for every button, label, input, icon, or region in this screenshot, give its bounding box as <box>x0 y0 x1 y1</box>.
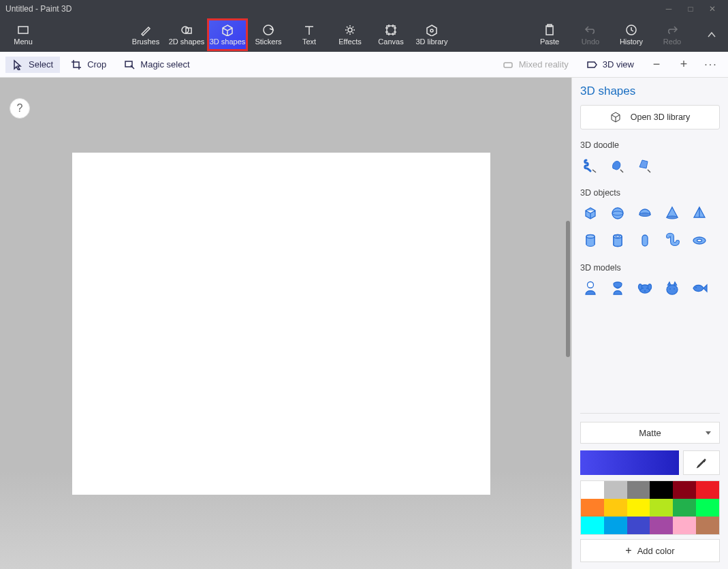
tube-shape[interactable] <box>607 230 628 251</box>
man-model[interactable] <box>580 278 601 298</box>
svg-rect-7 <box>546 26 553 35</box>
objects-section-label: 3D objects <box>580 188 720 198</box>
svg-point-36 <box>667 285 678 294</box>
cone-shape[interactable] <box>662 203 682 224</box>
svg-point-38 <box>674 288 675 290</box>
color-swatch[interactable] <box>627 517 650 534</box>
expand-panel-button[interactable] <box>698 21 725 48</box>
cube-shape[interactable] <box>580 203 601 224</box>
help-button[interactable]: ? <box>10 98 30 119</box>
color-swatch[interactable] <box>627 481 650 499</box>
shapes-2d-icon <box>180 24 193 36</box>
magic-select-icon <box>124 59 135 70</box>
canvas-icon <box>385 24 397 36</box>
2d-shapes-button[interactable]: 2D shapes <box>166 18 207 51</box>
woman-model[interactable] <box>607 278 628 298</box>
color-swatch[interactable] <box>581 517 604 534</box>
color-swatch[interactable] <box>673 499 696 517</box>
svg-point-6 <box>430 29 433 32</box>
redo-button[interactable]: Redo <box>652 18 693 51</box>
color-swatch[interactable] <box>627 499 650 517</box>
cylinder-shape[interactable] <box>580 230 601 251</box>
color-swatch[interactable] <box>650 499 673 517</box>
models-section-label: 3D models <box>580 263 720 273</box>
color-swatch[interactable] <box>604 481 627 499</box>
undo-button[interactable]: Undo <box>570 18 611 51</box>
color-swatch[interactable] <box>604 499 627 517</box>
color-swatch[interactable] <box>696 481 719 499</box>
objects-grid <box>580 203 720 251</box>
svg-point-24 <box>616 236 620 237</box>
color-swatch[interactable] <box>650 481 673 499</box>
color-palette <box>580 480 720 535</box>
fish-model[interactable] <box>689 278 710 298</box>
eyedropper-button[interactable] <box>683 450 720 475</box>
color-swatch[interactable] <box>696 499 719 517</box>
zoom-in-button[interactable]: + <box>672 57 695 72</box>
stickers-button[interactable]: Stickers <box>248 18 289 51</box>
3d-view-button[interactable]: 3D view <box>580 57 641 73</box>
paste-button[interactable]: Paste <box>529 18 570 51</box>
scrollbar-thumb[interactable] <box>566 221 570 357</box>
curved-cylinder-shape[interactable] <box>662 230 682 251</box>
canvas-button[interactable]: Canvas <box>370 18 411 51</box>
history-button[interactable]: History <box>611 18 652 51</box>
color-swatch[interactable] <box>673 517 696 534</box>
3d-shapes-button[interactable]: 3D shapes <box>207 18 248 51</box>
doodle-section-label: 3D doodle <box>580 140 720 150</box>
plus-icon: + <box>625 544 631 557</box>
menu-button[interactable]: Menu <box>3 18 44 51</box>
text-button[interactable]: Text <box>289 18 330 51</box>
window-controls: ─ □ ✕ <box>664 4 723 14</box>
soft-edge-doodle[interactable] <box>607 155 628 176</box>
color-swatch[interactable] <box>696 517 719 534</box>
svg-point-33 <box>642 288 644 289</box>
open-3d-library-button[interactable]: Open 3D library <box>580 105 720 129</box>
hemisphere-shape[interactable] <box>635 203 655 224</box>
svg-point-39 <box>695 287 697 288</box>
magic-select-tool[interactable]: Magic select <box>117 57 196 73</box>
material-select[interactable]: Matte <box>580 422 720 444</box>
svg-rect-5 <box>387 26 395 34</box>
svg-point-34 <box>646 288 648 289</box>
sphere-shape[interactable] <box>607 203 628 224</box>
color-swatch[interactable] <box>673 481 696 499</box>
dog-model[interactable] <box>635 278 655 298</box>
tube-doodle[interactable] <box>580 155 601 176</box>
brushes-button[interactable]: Brushes <box>125 18 166 51</box>
capsule-shape[interactable] <box>635 230 655 251</box>
crop-tool[interactable]: Crop <box>64 57 113 73</box>
add-color-button[interactable]: + Add color <box>580 539 720 562</box>
doodle-grid <box>580 155 720 176</box>
canvas[interactable] <box>72 153 490 495</box>
models-grid <box>580 278 720 298</box>
panel-title: 3D shapes <box>580 84 720 98</box>
select-tool[interactable]: Select <box>5 57 60 73</box>
svg-point-27 <box>697 239 702 242</box>
library-icon <box>426 24 438 36</box>
torus-shape[interactable] <box>689 230 710 251</box>
canvas-area[interactable]: ? <box>0 78 571 569</box>
folder-icon <box>17 24 29 36</box>
svg-point-4 <box>348 28 352 32</box>
more-options-button[interactable]: ··· <box>699 59 723 71</box>
sticker-icon <box>262 24 274 36</box>
color-swatch[interactable] <box>581 481 604 499</box>
effects-button[interactable]: Effects <box>330 18 370 51</box>
sharp-edge-doodle[interactable] <box>635 155 655 176</box>
color-swatch[interactable] <box>604 517 627 534</box>
3d-library-button[interactable]: 3D library <box>411 18 452 51</box>
color-swatch[interactable] <box>581 499 604 517</box>
cat-model[interactable] <box>662 278 682 298</box>
pyramid-shape[interactable] <box>689 203 710 224</box>
current-color[interactable] <box>580 450 679 475</box>
minimize-button[interactable]: ─ <box>664 4 674 14</box>
maximize-button[interactable]: □ <box>686 4 695 14</box>
close-button[interactable]: ✕ <box>708 4 717 14</box>
color-swatch[interactable] <box>650 517 673 534</box>
mixed-reality-button: Mixed reality <box>496 57 575 73</box>
crop-icon <box>71 59 82 70</box>
svg-point-12 <box>612 208 623 219</box>
svg-point-19 <box>586 235 595 239</box>
zoom-out-button[interactable]: − <box>645 57 668 72</box>
